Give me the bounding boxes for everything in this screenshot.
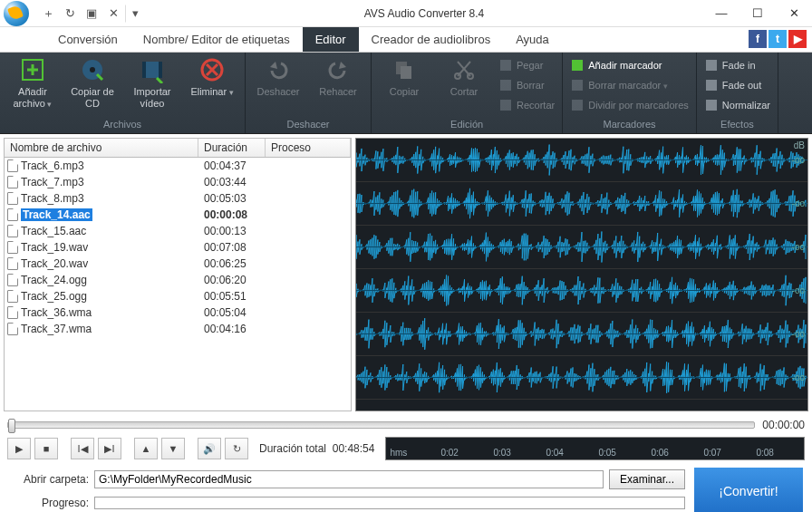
svg-rect-17 [500,60,511,71]
menu-nombre-editor-de-etiquetas[interactable]: Nombre/ Editor de etiquetas [130,27,303,52]
import-video-icon [139,56,166,83]
file-icon [7,208,18,221]
qat-refresh-icon[interactable]: ↻ [60,5,80,23]
delete-button[interactable]: Eliminar [187,56,237,98]
maximize-button[interactable]: ☐ [740,1,776,26]
file-row[interactable]: Track_7.mp300:03:44 [5,174,351,190]
waveform-track[interactable]: -oo [356,356,807,400]
svg-rect-21 [572,80,583,91]
timeline[interactable]: hms 0:020:030:040:050:060:070:08 [385,437,805,460]
stop-button[interactable]: ■ [34,438,58,459]
wave-db: -oo [792,155,805,165]
volume-button[interactable]: 🔊 [198,438,221,459]
svg-rect-25 [706,100,717,111]
file-list[interactable]: Track_6.mp300:04:37Track_7.mp300:03:44Tr… [5,158,351,411]
next-button[interactable]: ▶I [98,438,121,459]
svg-rect-24 [706,80,717,91]
close-button[interactable]: ✕ [776,1,812,26]
redo-icon [324,56,352,83]
add-marker-button[interactable]: Añadir marcador [570,56,689,74]
progress-bar [94,497,685,509]
add-file-button[interactable]: Añadir archivo [7,56,58,109]
youtube-icon[interactable]: ▶ [788,30,807,48]
file-row[interactable]: Track_14.aac00:00:08 [5,207,351,223]
qat-close-icon[interactable]: ✕ [103,5,123,23]
split-markers-icon [570,98,585,112]
progress-label: Progreso: [9,497,89,509]
qat-import-icon[interactable]: ▣ [82,5,102,23]
normalize-button[interactable]: Normalizar [704,96,770,114]
convert-button[interactable]: ¡Convertir! [694,468,803,512]
copy-cd-button[interactable]: Copiar de CD [67,56,118,109]
slider-thumb[interactable] [8,419,15,433]
file-row[interactable]: Track_37.wma00:04:16 [5,321,351,337]
svg-rect-7 [159,62,162,78]
file-row[interactable]: Track_36.wma00:05:04 [5,304,351,321]
svg-rect-22 [572,100,583,111]
cut-icon [450,56,478,83]
waveform-track[interactable]: -oo [356,182,807,226]
undo-button: Deshacer [253,56,304,98]
timeline-unit: hms [390,448,407,458]
timeline-tick: 0:04 [546,448,563,458]
file-row[interactable]: Track_20.wav00:06:25 [5,256,351,272]
slider-time: 00:00:00 [762,419,805,431]
svg-rect-23 [706,60,717,71]
column-name[interactable]: Nombre de archivo [5,139,198,157]
file-icon [7,176,18,188]
total-time: 00:48:54 [333,442,375,455]
file-icon [7,323,18,335]
minimize-button[interactable]: — [703,1,740,26]
file-row[interactable]: Track_8.mp300:05:03 [5,190,351,207]
import-video-button[interactable]: Importar vídeo [127,56,178,109]
copy-button: Copiar [379,56,430,98]
timeline-tick: 0:07 [703,448,720,458]
app-title: AVS Audio Converter 8.4 [145,7,703,20]
svg-rect-6 [142,62,146,78]
menu-editor[interactable]: Editor [303,27,359,52]
wave-db: -oo [792,285,805,295]
menu-conversi-n[interactable]: Conversión [45,27,130,52]
move-up-button[interactable]: ▲ [134,438,158,459]
qat-more-icon[interactable]: ▾ [125,5,145,23]
fade-in-icon [704,58,719,72]
menu-creador-de-audiolibros[interactable]: Creador de audiolibros [359,27,504,52]
file-row[interactable]: Track_25.ogg00:05:51 [5,288,351,304]
file-row[interactable]: Track_19.wav00:07:08 [5,239,351,256]
file-row[interactable]: Track_6.mp300:04:37 [5,158,351,174]
waveform-track[interactable]: -oo [356,269,807,313]
group-label: Efectos [720,119,754,130]
file-icon [7,274,18,286]
file-icon [7,225,18,237]
move-down-button[interactable]: ▼ [161,438,185,459]
column-process[interactable]: Proceso [266,139,351,157]
menu-ayuda[interactable]: Ayuda [503,27,562,52]
fade-out-button[interactable]: Fade out [704,76,770,94]
delete-marker-icon [570,78,585,92]
play-button[interactable]: ▶ [7,438,31,459]
cut-button: Cortar [439,56,489,98]
waveform-track[interactable]: -oo [356,313,807,356]
prev-button[interactable]: I◀ [71,438,94,459]
svg-rect-12 [401,66,411,79]
db-label: dB [794,140,805,150]
file-icon [7,159,18,172]
browse-button[interactable]: Examinar... [609,469,685,489]
file-list-panel: Nombre de archivo Duración Proceso Track… [4,138,352,411]
qat-add-icon[interactable]: ＋ [38,5,58,23]
file-row[interactable]: Track_24.ogg00:06:20 [5,272,351,288]
position-slider[interactable] [7,421,755,429]
open-folder-input[interactable] [94,470,604,488]
waveform-track[interactable]: -oo [356,139,807,182]
file-row[interactable]: Track_15.aac00:00:13 [5,223,351,239]
twitter-icon[interactable]: t [768,30,787,48]
waveform-panel[interactable]: dB -oo-oo-oo-oo-oo-oo [355,138,808,411]
waveform-track[interactable]: -oo [356,226,807,269]
repeat-button[interactable]: ↻ [225,438,248,459]
file-icon [7,257,18,270]
facebook-icon[interactable]: f [749,30,767,48]
wave-db: -oo [792,242,805,252]
fade-in-button[interactable]: Fade in [704,56,770,74]
normalize-icon [704,98,719,112]
column-duration[interactable]: Duración [198,139,266,157]
